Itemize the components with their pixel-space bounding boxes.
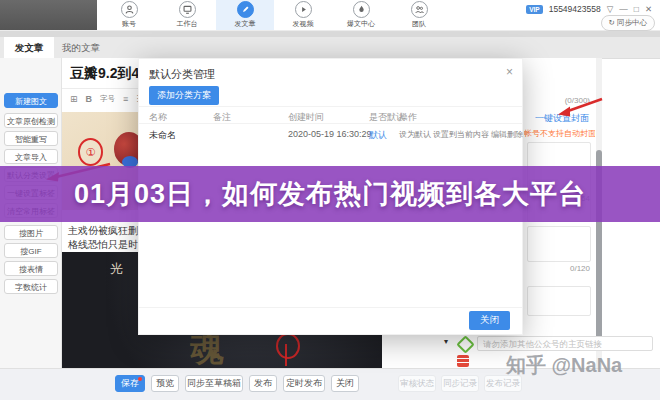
summary-box[interactable]	[527, 226, 591, 262]
row-created-time: 2020-05-19 16:30:29	[288, 129, 372, 139]
account-phone[interactable]: 15549423558	[549, 4, 601, 14]
extra-field-box[interactable]	[527, 286, 591, 316]
nav-item-publish-article[interactable]: 发文章	[216, 0, 274, 30]
nav-label: 爆文中心	[347, 19, 375, 29]
red-line-annotation	[285, 344, 287, 366]
nav-label: 账号	[122, 19, 136, 29]
workbench-icon	[179, 1, 196, 18]
red-platform-icon	[457, 355, 469, 367]
schedule-publish-button[interactable]: 定时发布	[283, 375, 325, 392]
cover-warning-text: 帐号不支持自动封面模式	[524, 128, 595, 139]
font-size-button[interactable]: 字号	[100, 94, 115, 104]
nav-label: 发文章	[235, 19, 256, 29]
sidebar-item-new-article[interactable]: 新建图文	[4, 93, 58, 108]
sync-center-button[interactable]: ↻ 同步中心	[601, 15, 655, 31]
sidebar-item-word-count[interactable]: 字数统计	[4, 279, 58, 294]
sync-center-label: 同步中心	[617, 18, 647, 27]
nav-item-account[interactable]: 账号	[100, 0, 158, 30]
pen-icon	[237, 1, 254, 18]
save-label: 保存	[121, 378, 139, 388]
sync-icon: ↻	[609, 18, 615, 27]
app-window: 账号 工作台 发文章 发视频	[0, 0, 660, 400]
audit-status-button[interactable]: 审核状态	[398, 375, 436, 392]
play-icon	[295, 1, 312, 18]
sidebar-item-search-gif[interactable]: 搜GIF	[4, 243, 58, 258]
caret-down-icon[interactable]: ▾	[444, 337, 448, 346]
window-corner-backdrop	[0, 0, 97, 30]
dialog-close-icon[interactable]: ×	[506, 65, 513, 79]
red-ring-annotation	[276, 333, 300, 359]
action-delete[interactable]: 删除	[507, 129, 523, 140]
dialog-close-button[interactable]: 关闭	[469, 311, 510, 330]
divider	[139, 123, 522, 124]
title-counter: (0/300)	[565, 96, 590, 105]
maximize-button[interactable]: □	[634, 4, 639, 14]
nav-label: 工作台	[177, 19, 198, 29]
row-default-badge: 默认	[369, 129, 387, 142]
article-text-line: 格线恐怕只是时	[68, 238, 138, 252]
divider	[139, 307, 522, 308]
nav-item-hot-center[interactable]: 爆文中心	[332, 0, 390, 30]
grid-icon[interactable]: ⊞	[70, 94, 78, 104]
main-nav: 账号 工作台 发文章 发视频	[100, 0, 452, 30]
action-apply-current[interactable]: 设置到当前内容	[433, 129, 489, 140]
nav-item-workbench[interactable]: 工作台	[158, 0, 216, 30]
sidebar-item-article-import[interactable]: 文章导入	[4, 149, 58, 164]
sync-record-button[interactable]: 同步记录	[441, 375, 479, 392]
nav-item-team[interactable]: 团队	[390, 0, 448, 30]
publish-button[interactable]: 发布	[249, 375, 277, 392]
article-text-line: 主戏份被疯狂删	[68, 224, 138, 238]
title-bar-divider	[0, 30, 660, 37]
flame-icon	[353, 1, 370, 18]
row-name: 未命名	[149, 129, 176, 142]
circle-annotation: ①	[78, 138, 103, 166]
nav-item-publish-video[interactable]: 发视频	[274, 0, 332, 30]
tab-publish-article[interactable]: 发文章	[4, 37, 54, 58]
preview-button[interactable]: 预览	[151, 375, 179, 392]
team-icon	[411, 1, 428, 18]
vip-badge: VIP	[526, 5, 542, 14]
banner-title: 01月03日，如何发布热门视频到各大平台	[74, 176, 586, 212]
sidebar-item-smart-rewrite[interactable]: 智能重写	[4, 131, 58, 146]
divider	[139, 106, 522, 107]
dropdown-icon[interactable]: ▽	[607, 4, 614, 14]
close-editor-button[interactable]: 关闭	[331, 375, 359, 392]
sync-draft-button[interactable]: 同步至草稿箱	[185, 375, 243, 392]
summary-counter: 0/120	[570, 264, 590, 273]
image-glyph: 光	[110, 260, 123, 278]
sidebar-item-search-emoji[interactable]: 搜表情	[4, 261, 58, 276]
unsaved-indicator	[138, 377, 142, 381]
window-controls: VIP 15549423558 ▽ — □ ✕	[526, 4, 652, 14]
overlay-banner: 01月03日，如何发布热门视频到各大平台	[0, 166, 660, 222]
minimize-button[interactable]: —	[619, 4, 628, 14]
close-window-button[interactable]: ✕	[645, 4, 652, 14]
bold-button[interactable]: B	[86, 94, 93, 104]
tab-bar: 发文章 我的文章	[0, 37, 660, 59]
nav-label: 发视频	[293, 19, 314, 29]
action-set-default[interactable]: 设为默认	[399, 129, 431, 140]
set-cover-link[interactable]: 一键设置封面	[535, 112, 589, 125]
action-edit[interactable]: 编辑	[491, 129, 507, 140]
align-icon[interactable]: ≡	[123, 94, 128, 104]
watermark: 知乎 @NaNa	[506, 352, 622, 379]
top-bar: 账号 工作台 发文章 发视频	[0, 0, 660, 31]
homepage-link-input[interactable]	[477, 336, 653, 351]
tab-my-articles[interactable]: 我的文章	[54, 37, 108, 58]
sidebar-item-search-images[interactable]: 搜图片	[4, 225, 58, 240]
add-category-button[interactable]: 添加分类方案	[149, 86, 219, 105]
nav-label: 团队	[412, 19, 426, 29]
save-button[interactable]: 保存	[115, 375, 145, 392]
user-icon	[121, 1, 138, 18]
dialog-title: 默认分类管理	[149, 67, 215, 82]
sidebar-item-originality-check[interactable]: 文章原创检测	[4, 113, 58, 128]
